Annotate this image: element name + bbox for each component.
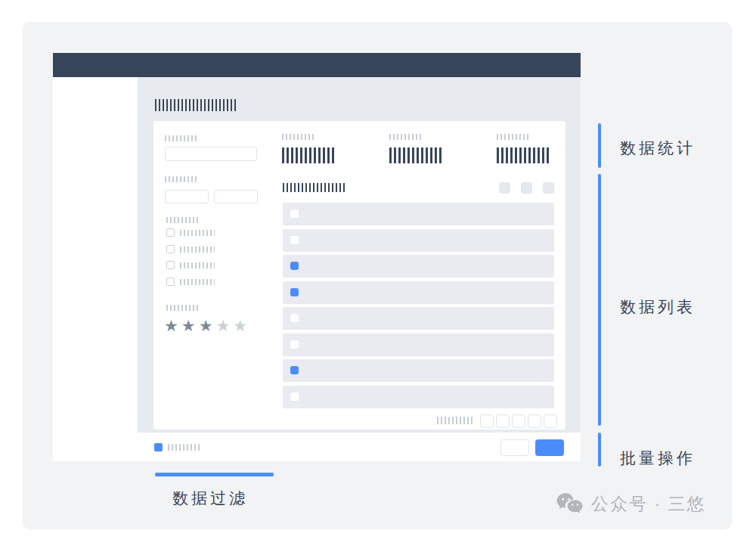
star-icon[interactable]: ★	[164, 317, 181, 334]
filter-range-min-input[interactable]	[165, 190, 209, 203]
checkbox-icon[interactable]	[166, 228, 175, 237]
filter-options-label-placeholder	[166, 217, 198, 223]
row-checkbox[interactable]	[290, 393, 299, 401]
page-button[interactable]	[528, 414, 541, 428]
data-list	[283, 203, 554, 408]
list-tool-button[interactable]	[521, 182, 532, 194]
row-checkbox-checked[interactable]	[290, 262, 299, 270]
stats-bracket-line	[598, 123, 601, 168]
list-row[interactable]	[283, 307, 554, 330]
page: ★★★★★ 数据统计 数据列表 批量操作 数据过滤 公众号 · 三悠	[0, 0, 756, 543]
list-row[interactable]	[283, 203, 554, 225]
list-toolbar	[499, 182, 554, 194]
checkbox-icon[interactable]	[166, 261, 175, 269]
list-tool-button[interactable]	[543, 182, 554, 194]
option-label-placeholder	[180, 279, 215, 285]
page-button[interactable]	[544, 414, 557, 428]
pagination-summary-placeholder	[437, 417, 472, 424]
star-icon[interactable]: ★	[199, 317, 216, 334]
batch-primary-button[interactable]	[535, 439, 564, 456]
filter-range-max-input[interactable]	[214, 190, 258, 203]
stat-column	[389, 132, 450, 164]
stat-label-placeholder	[389, 134, 423, 140]
stat-value-placeholder	[389, 147, 444, 163]
page-button[interactable]	[512, 414, 525, 428]
watermark: 公众号 · 三悠	[556, 490, 718, 517]
list-row[interactable]	[283, 229, 554, 252]
page-button[interactable]	[480, 414, 494, 428]
row-checkbox-checked[interactable]	[290, 288, 299, 296]
annotation-batch: 批量操作	[620, 448, 696, 469]
list-bracket-line	[598, 174, 601, 426]
rating-star-filter[interactable]: ★★★★★	[164, 317, 255, 335]
stat-value-placeholder	[282, 147, 336, 163]
star-icon[interactable]: ★	[181, 317, 199, 334]
list-row[interactable]	[283, 386, 554, 408]
filter-keyword-label-placeholder	[165, 135, 197, 141]
mock-sidebar	[53, 77, 138, 461]
checkbox-icon[interactable]	[166, 245, 175, 253]
annotation-filter: 数据过滤	[172, 488, 248, 509]
pagination	[480, 414, 563, 428]
checkbox-icon[interactable]	[166, 278, 175, 286]
filter-range-label-placeholder	[165, 176, 197, 182]
filter-checkbox-group	[166, 228, 257, 296]
list-row[interactable]	[283, 281, 554, 304]
list-tool-button[interactable]	[499, 182, 510, 194]
stats-row	[282, 132, 554, 164]
mock-app-header	[53, 53, 581, 77]
row-checkbox[interactable]	[290, 236, 299, 244]
star-icon[interactable]: ★	[233, 317, 250, 334]
row-checkbox-checked[interactable]	[290, 366, 299, 374]
batch-bracket-line	[598, 433, 601, 467]
list-row[interactable]	[283, 359, 554, 382]
row-checkbox[interactable]	[290, 209, 299, 218]
option-label-placeholder	[180, 247, 215, 253]
stat-label-placeholder	[282, 134, 316, 140]
annotation-list: 数据列表	[620, 296, 696, 318]
annotation-stats: 数据统计	[620, 138, 696, 159]
option-label-placeholder	[180, 262, 215, 268]
batch-secondary-button[interactable]	[500, 439, 529, 456]
filter-checkbox-option[interactable]	[166, 228, 257, 237]
row-checkbox[interactable]	[290, 340, 299, 349]
page-title-placeholder	[155, 99, 237, 111]
list-row[interactable]	[283, 334, 554, 356]
star-icon[interactable]: ★	[215, 317, 233, 334]
stat-value-placeholder	[497, 147, 551, 163]
watermark-text: 公众号 · 三悠	[591, 492, 705, 516]
stat-label-placeholder	[497, 134, 531, 140]
wechat-icon	[556, 492, 584, 516]
filter-checkbox-option[interactable]	[166, 261, 257, 270]
filter-checkbox-option[interactable]	[166, 245, 257, 254]
filter-bracket-line	[155, 473, 274, 476]
row-checkbox[interactable]	[290, 314, 299, 322]
filter-rating-label-placeholder	[166, 305, 198, 311]
selection-count-placeholder	[168, 444, 201, 451]
stat-column	[497, 132, 557, 164]
page-button[interactable]	[496, 414, 510, 428]
list-title-placeholder	[283, 183, 347, 192]
filter-keyword-input[interactable]	[165, 147, 257, 161]
stat-column	[282, 132, 342, 164]
option-label-placeholder	[180, 230, 215, 236]
list-row[interactable]	[283, 255, 554, 278]
filter-checkbox-option[interactable]	[166, 278, 257, 287]
select-all-checkbox[interactable]	[154, 443, 163, 451]
